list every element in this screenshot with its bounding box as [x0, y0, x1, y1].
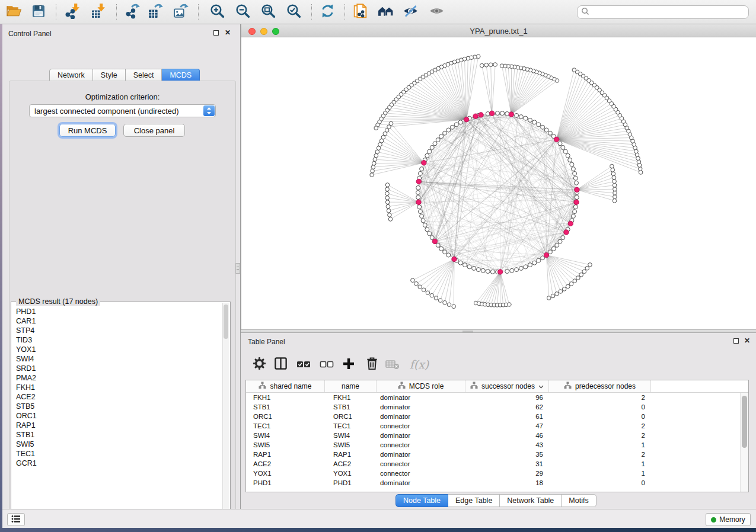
horizontal-splitter-handle[interactable] — [462, 331, 473, 332]
export-table-button[interactable] — [145, 2, 165, 22]
list-item[interactable]: TID3 — [16, 335, 222, 345]
list-item[interactable]: PMA2 — [16, 373, 222, 383]
cell-shared-name: PHD1 — [246, 478, 325, 488]
network-canvas[interactable] — [241, 37, 756, 329]
add-column-button[interactable] — [339, 354, 359, 374]
zoom-fit-button[interactable] — [258, 2, 278, 22]
import-table-disabled-button — [382, 354, 403, 374]
list-item[interactable]: FKH1 — [16, 383, 222, 392]
open-session-button[interactable] — [4, 2, 24, 22]
column-header-successor-nodes[interactable]: successor nodes — [465, 380, 549, 392]
control-panel: Control Panel ✕ NetworkStyleSelectMCDS O… — [2, 24, 240, 509]
mcds-result-list[interactable]: PHD1CAR1STP4TID3YOX1SWI4SRD1PMA2FKH1ACE2… — [11, 305, 222, 468]
vertical-splitter-handle[interactable] — [235, 263, 240, 274]
list-item[interactable]: SWI4 — [16, 354, 222, 364]
cell-successor-nodes: 31 — [465, 459, 549, 469]
refresh-button[interactable] — [317, 2, 337, 22]
column-header-mcds-role[interactable]: MCDS role — [377, 380, 465, 392]
table-row[interactable]: ORC1ORC1dominator610 — [246, 412, 741, 421]
zoom-in-button[interactable] — [207, 2, 227, 22]
new-network-from-selection-button[interactable] — [350, 2, 371, 22]
column-header-name[interactable]: name — [325, 380, 377, 392]
first-neighbors-button[interactable] — [375, 2, 395, 22]
memory-button[interactable]: Memory — [706, 513, 751, 526]
list-item[interactable]: TEC1 — [16, 449, 222, 459]
search-input[interactable] — [592, 8, 745, 17]
cell-shared-name: ORC1 — [246, 412, 325, 421]
list-item[interactable]: CAR1 — [16, 316, 222, 326]
export-network-button[interactable] — [123, 2, 143, 22]
cell-name: ACE2 — [325, 459, 377, 469]
tab-node-table[interactable]: Node Table — [395, 494, 448, 507]
float-panel-icon[interactable] — [213, 30, 219, 36]
close-panel-icon[interactable]: ✕ — [225, 30, 231, 36]
network-window-titlebar[interactable]: YPA_prune.txt_1 — [241, 24, 756, 37]
zoom-selected-button[interactable] — [283, 2, 304, 22]
table-row[interactable]: RAP1RAP1dominator352 — [246, 450, 741, 459]
table-row[interactable]: PHD1PHD1dominator180 — [246, 478, 741, 488]
tab-network[interactable]: Network — [49, 69, 93, 81]
mcds-result-box: MCDS result (17 nodes) PHD1CAR1STP4TID3Y… — [11, 302, 231, 520]
column-header-predecessor-nodes[interactable]: predecessor nodes — [549, 380, 651, 392]
cell-filler — [651, 393, 741, 402]
show-all-button[interactable] — [426, 2, 446, 22]
toolbar-separator — [198, 4, 199, 20]
export-image-button[interactable] — [171, 2, 191, 22]
column-label: name — [342, 382, 359, 390]
zoom-out-button[interactable] — [232, 2, 253, 22]
table-row[interactable]: ACE2ACE2connector311 — [246, 459, 741, 469]
import-table-button[interactable] — [88, 2, 109, 22]
tab-mcds[interactable]: MCDS — [162, 69, 200, 81]
list-item[interactable]: ORC1 — [16, 411, 222, 421]
import-network-button[interactable] — [62, 2, 82, 22]
zoom-out-icon — [235, 3, 251, 21]
split-columns-button[interactable] — [270, 354, 291, 374]
cell-shared-name: YOX1 — [246, 469, 325, 478]
table-row[interactable]: STB1STB1dominator620 — [246, 402, 741, 412]
close-panel-icon[interactable]: ✕ — [744, 338, 750, 344]
run-mcds-button[interactable]: Run MCDS — [59, 124, 116, 137]
tab-network-table[interactable]: Network Table — [500, 494, 562, 507]
network-graph[interactable] — [241, 37, 756, 329]
list-item[interactable]: GCR1 — [16, 459, 222, 468]
show-eye-icon — [429, 3, 445, 21]
task-history-button[interactable] — [7, 513, 25, 526]
table-settings-button[interactable] — [249, 354, 269, 374]
hide-selected-button[interactable] — [400, 2, 420, 22]
column-header-shared-name[interactable]: shared name — [246, 380, 325, 392]
table-row[interactable]: TEC1TEC1connector472 — [246, 421, 741, 431]
shared-column-icon — [259, 382, 266, 391]
float-panel-icon[interactable] — [733, 338, 739, 344]
deselect-all-button[interactable] — [317, 354, 337, 374]
table-scrollbar[interactable] — [740, 393, 748, 492]
list-item[interactable]: STB5 — [16, 402, 222, 411]
scrollbar-thumb[interactable] — [224, 305, 228, 339]
list-item[interactable]: SRD1 — [16, 364, 222, 373]
list-item[interactable]: STP4 — [16, 326, 222, 335]
scrollbar-thumb[interactable] — [742, 396, 747, 448]
list-item[interactable]: PHD1 — [16, 307, 222, 316]
list-item[interactable]: SWI5 — [16, 440, 222, 449]
list-item[interactable]: ACE2 — [16, 392, 222, 402]
tab-select[interactable]: Select — [126, 69, 162, 81]
criterion-select[interactable]: largest connected component (undirected) — [29, 104, 216, 117]
table-row[interactable]: SWI4SWI4dominator462 — [246, 431, 741, 440]
cell-successor-nodes: 46 — [465, 431, 549, 440]
list-item[interactable]: STB1 — [16, 430, 222, 440]
tab-motifs[interactable]: Motifs — [562, 494, 596, 507]
close-panel-button[interactable]: Close panel — [123, 124, 185, 137]
table-row[interactable]: FKH1FKH1dominator962 — [246, 393, 741, 402]
list-item[interactable]: RAP1 — [16, 421, 222, 430]
save-session-button[interactable] — [28, 2, 49, 22]
hide-eye-icon — [403, 3, 419, 21]
table-row[interactable]: SWI5SWI5connector431 — [246, 440, 741, 450]
search-field[interactable] — [577, 5, 749, 19]
list-item[interactable]: YOX1 — [16, 345, 222, 354]
mcds-list-scrollbar[interactable] — [222, 303, 229, 520]
delete-column-button[interactable] — [362, 354, 382, 374]
tab-edge-table[interactable]: Edge Table — [448, 494, 500, 507]
select-all-button[interactable] — [294, 354, 314, 374]
table-row[interactable]: YOX1YOX1connector291 — [246, 469, 741, 478]
cell-successor-nodes: 62 — [465, 402, 549, 412]
tab-style[interactable]: Style — [93, 69, 126, 81]
